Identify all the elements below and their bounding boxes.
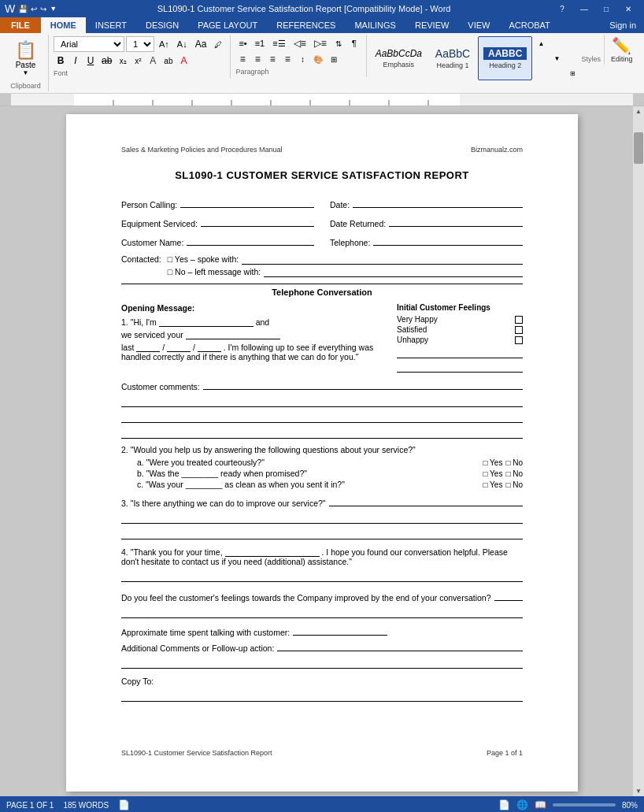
comments-line1[interactable] [203,379,523,390]
opening-name-line[interactable] [159,316,254,327]
scroll-down-arrow[interactable]: ▼ [634,786,643,796]
underline-button[interactable]: U [83,54,98,68]
quick-access-undo[interactable]: ↩ [31,5,37,13]
increase-indent-button[interactable]: ▷≡ [311,36,330,50]
feelings-q-line1[interactable] [494,590,523,601]
additional-comments-line1[interactable] [277,640,523,651]
numbering-button[interactable]: ≡1 [252,36,268,50]
restore-button[interactable]: □ [595,0,617,17]
date-line[interactable] [353,197,523,208]
help-button[interactable]: ? [551,0,573,17]
superscript-button[interactable]: x² [131,54,145,68]
sub-q-b-yes[interactable]: □ Yes [483,469,502,478]
feeling-satisfied-checkbox[interactable] [515,326,523,334]
opening-service-line[interactable] [186,328,280,339]
person-calling-line[interactable] [180,197,314,208]
feelings-extra-line1[interactable] [397,347,523,358]
justify-button[interactable]: ≡ [280,52,294,66]
align-center-button[interactable]: ≡ [250,52,265,66]
line-spacing-button[interactable]: ↕ [295,52,309,66]
question3-line3[interactable] [121,527,523,539]
zoom-slider[interactable] [553,803,616,806]
view-web-icon[interactable]: 🌐 [516,799,528,810]
feelings-q-line2[interactable] [121,606,523,618]
comments-line2[interactable] [121,395,523,407]
shading-button[interactable]: 🎨 [310,52,326,66]
font-grow-button[interactable]: A↑ [156,37,172,51]
bottom-line[interactable] [121,689,523,702]
approx-time-line[interactable] [293,625,387,636]
comments-line3[interactable] [121,410,523,423]
tab-review[interactable]: REVIEW [405,17,458,33]
scroll-thumb[interactable] [634,132,643,164]
sub-q-b-no[interactable]: □ No [505,469,523,478]
sub-q-c-no[interactable]: □ No [505,480,523,489]
font-shrink-button[interactable]: A↓ [174,37,191,51]
style-heading2[interactable]: AABBC Heading 2 [478,36,532,80]
bullets-button[interactable]: ≡• [235,36,250,50]
opening-date2[interactable] [167,341,191,352]
question3-line1[interactable] [329,495,523,506]
font-size-select[interactable]: 12 [126,36,154,52]
yes-spoke-line[interactable] [242,254,523,265]
sub-q-a-yes[interactable]: □ Yes [483,458,502,467]
feeling-very-happy-checkbox[interactable] [515,316,523,324]
bold-button[interactable]: B [54,54,68,68]
feeling-unhappy-checkbox[interactable] [515,336,523,344]
opening-date1[interactable] [136,341,160,352]
question3-line2[interactable] [121,511,523,524]
comments-line4[interactable] [121,426,523,439]
change-case-button[interactable]: Aa [192,37,210,51]
styles-scroll-down[interactable]: ▼ [550,51,564,65]
no-message-line[interactable] [264,266,523,277]
minimize-button[interactable]: — [573,0,595,17]
date-returned-line[interactable] [389,216,523,227]
quick-access-redo[interactable]: ↪ [40,5,46,13]
styles-expand[interactable]: ⊞ [565,66,579,80]
quick-access-more[interactable]: ▼ [50,5,57,13]
scroll-up-arrow[interactable]: ▲ [634,106,643,117]
opening-date3[interactable] [198,341,221,352]
decrease-indent-button[interactable]: ◁≡ [291,36,309,50]
tab-home[interactable]: HOME [41,17,86,33]
align-right-button[interactable]: ≡ [265,52,279,66]
additional-comments-line2[interactable] [121,656,523,669]
styles-scroll-up[interactable]: ▲ [534,36,548,50]
tab-file[interactable]: FILE [0,17,41,33]
sign-in-link[interactable]: Sign in [601,17,644,33]
proofing-icon[interactable]: 📄 [118,799,130,810]
paste-button[interactable]: 📋 Paste ▼ [8,36,43,80]
telephone-line[interactable] [373,235,523,246]
tab-mailings[interactable]: MAILINGS [345,17,405,33]
question4-line[interactable] [121,571,523,582]
sort-button[interactable]: ⇅ [331,36,346,50]
equipment-line[interactable] [201,216,314,227]
subscript-button[interactable]: x₂ [116,54,130,68]
text-effects-button[interactable]: A [146,54,160,68]
sub-q-a-no[interactable]: □ No [505,458,523,467]
question4-name-line[interactable] [225,546,320,557]
view-read-icon[interactable]: 📖 [535,799,546,810]
quick-access-save[interactable]: 💾 [18,5,28,13]
strikethrough-button[interactable]: ab [98,54,115,68]
sub-q-c-yes[interactable]: □ Yes [483,480,502,489]
tab-references[interactable]: REFERENCES [267,17,345,33]
document-container[interactable]: Sales & Marketing Policies and Procedure… [11,106,633,796]
borders-button[interactable]: ⊞ [327,52,341,66]
text-highlight-button[interactable]: ab [161,54,176,68]
tab-acrobat[interactable]: ACROBAT [499,17,559,33]
tab-design[interactable]: DESIGN [136,17,188,33]
italic-button[interactable]: I [68,54,83,68]
customer-name-line[interactable] [187,235,314,246]
clear-format-button[interactable]: 🖊 [211,37,225,51]
show-marks-button[interactable]: ¶ [347,36,361,50]
style-heading1[interactable]: AaBbC Heading 1 [429,36,476,80]
multilevel-button[interactable]: ≡☰ [269,36,288,50]
view-print-icon[interactable]: 📄 [498,799,510,810]
tab-page-layout[interactable]: PAGE LAYOUT [188,17,267,33]
paste-dropdown[interactable]: ▼ [23,69,29,76]
feelings-extra-line2[interactable] [397,362,523,373]
close-button[interactable]: ✕ [617,0,639,17]
font-name-select[interactable]: Arial [54,36,124,52]
align-left-button[interactable]: ≡ [235,52,250,66]
